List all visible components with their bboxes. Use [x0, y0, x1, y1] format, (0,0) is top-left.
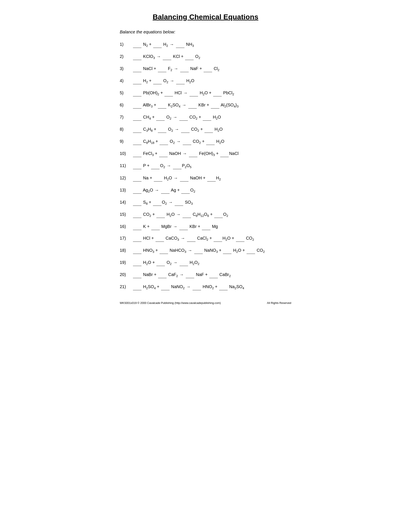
answer-blank [133, 199, 141, 206]
reaction-arrow: → [170, 78, 174, 83]
answer-blank [187, 235, 196, 242]
answer-blank [158, 126, 166, 133]
reaction-arrow: → [173, 115, 177, 119]
answer-blank [214, 235, 222, 242]
answer-blank [158, 271, 167, 278]
reaction-arrow: → [183, 151, 187, 156]
answer-blank [175, 199, 183, 206]
reaction-arrow: → [173, 260, 177, 265]
reaction-arrow: → [168, 200, 173, 205]
equation-content: HNO3 + NaHCO3 → NaNO3 + H2O + CO2 [132, 247, 265, 254]
answer-blank [133, 235, 141, 242]
equation-item: 12) Na + H2O → NaOH + H2 [120, 174, 291, 182]
equation-number: 17) [120, 235, 132, 242]
answer-blank [158, 65, 166, 72]
equation-item: 10) FeCl3 + NaOH → Fe(OH)3 + NaCl [120, 150, 291, 157]
equation-item: 14) S8 + O2 → SO3 [120, 199, 291, 206]
answer-blank [180, 65, 189, 72]
answer-blank [209, 271, 218, 278]
answer-blank [176, 77, 185, 84]
equation-number: 6) [120, 102, 132, 108]
answer-blank [133, 150, 141, 157]
answer-blank [180, 174, 188, 181]
equation-content: H2 + O2 → H2O [132, 77, 195, 85]
equation-content: Pb(OH)2 + HCl → H2O + PbCl2 [132, 89, 234, 97]
answer-blank [133, 89, 141, 96]
equation-item: 6) AlBr3 + K2SO4 → KBr + Al2(SO4)3 [120, 102, 291, 109]
answer-blank [159, 138, 168, 145]
answer-blank [194, 247, 203, 254]
answer-blank [133, 174, 141, 181]
equation-number: 11) [120, 162, 132, 169]
reaction-arrow: → [155, 188, 159, 192]
equation-content: FeCl3 + NaOH → Fe(OH)3 + NaCl [132, 150, 238, 157]
equation-number: 1) [120, 41, 132, 48]
answer-blank [211, 102, 219, 109]
footer-left: WKS001x019 © 2000 Cavalcade Publishing (… [120, 301, 221, 304]
answer-blank [161, 187, 169, 194]
reaction-arrow: → [188, 248, 192, 253]
page-title: Balancing Chemical Equations [120, 13, 291, 21]
equation-item: 21) H2SO4 + NaNO2 → HNO2 + Na2SO4 [120, 283, 291, 291]
answer-blank [204, 65, 212, 72]
answer-blank [156, 211, 165, 218]
equation-number: 2) [120, 53, 132, 60]
reaction-arrow: → [181, 236, 185, 240]
equation-content: AlBr3 + K2SO4 → KBr + Al2(SO4)3 [132, 102, 238, 109]
answer-blank [185, 53, 194, 60]
equation-item: 19) H2O + O2 → H2O2 [120, 259, 291, 266]
equation-content: S8 + O2 → SO3 [132, 199, 193, 206]
equation-item: 16) K + MgBr → KBr + Mg [120, 223, 291, 230]
equation-number: 14) [120, 199, 132, 206]
answer-blank [156, 114, 165, 121]
answer-blank [133, 211, 141, 218]
answer-blank [214, 211, 223, 218]
reaction-arrow: → [179, 272, 184, 277]
answer-blank [133, 114, 141, 121]
equation-item: 7) CH4 + O2 → CO2 + H2O [120, 114, 291, 121]
answer-blank [164, 89, 173, 96]
answer-blank [219, 283, 228, 290]
equation-item: 9) C8H18 + O2 → CO2 + H2O [120, 138, 291, 145]
answer-blank [183, 138, 191, 145]
answer-blank [202, 223, 210, 230]
equation-content: CH4 + O2 → CO2 + H2O [132, 114, 221, 121]
answer-blank [179, 259, 188, 266]
reaction-arrow: → [183, 90, 188, 95]
equation-content: KClO3 → KCl + O2 [132, 53, 200, 60]
answer-blank [133, 162, 141, 169]
equation-content: Ag2O → Ag + O2 [132, 187, 195, 194]
answer-blank [203, 114, 211, 121]
equation-number: 20) [120, 271, 132, 278]
reaction-arrow: → [157, 54, 161, 59]
equation-item: 4) H2 + O2 → H2O [120, 77, 291, 85]
answer-blank [179, 223, 188, 230]
reaction-arrow: → [174, 66, 178, 71]
equation-item: 17) HCl + CaCO3 → CaCl2 + H2O + CO2 [120, 235, 291, 242]
equation-content: CO2 + H2O → C6H12O6 + O2 [132, 211, 228, 218]
answer-blank [133, 126, 141, 133]
equation-item: 5) Pb(OH)2 + HCl → H2O + PbCl2 [120, 89, 291, 97]
equation-number: 8) [120, 126, 132, 133]
answer-blank [133, 53, 141, 60]
answer-blank [213, 89, 222, 96]
answer-blank [156, 259, 165, 266]
reaction-arrow: → [176, 212, 181, 217]
answer-blank [133, 247, 141, 254]
answer-blank [207, 174, 216, 181]
reaction-arrow: → [173, 224, 177, 229]
equation-item: 3) NaCl + F2 → NaF + Cl2 [120, 65, 291, 73]
equation-content: K + MgBr → KBr + Mg [132, 223, 218, 230]
answer-blank [163, 53, 171, 60]
answer-blank [158, 102, 166, 109]
equation-number: 18) [120, 247, 132, 254]
equations-list: 1) N2 + H2 → NH32) KClO3 → KCl + O23) Na… [120, 41, 291, 291]
reaction-arrow: → [186, 284, 190, 289]
equation-number: 9) [120, 138, 132, 145]
equation-content: NaBr + CaF2 → NaF + CaBr2 [132, 271, 231, 279]
answer-blank [247, 247, 255, 254]
answer-blank [153, 77, 162, 84]
equation-item: 1) N2 + H2 → NH3 [120, 41, 291, 48]
answer-blank [133, 65, 141, 72]
equation-number: 21) [120, 283, 132, 290]
